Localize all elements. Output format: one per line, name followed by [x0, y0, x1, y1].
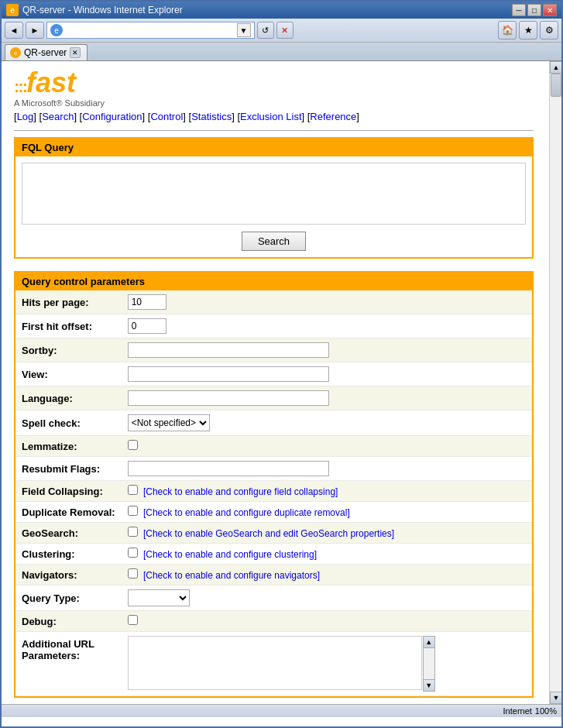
checkbox-field-collapsing[interactable]	[128, 485, 138, 495]
logo-block: ::: fast A Microsoft® Subsidiary	[14, 69, 105, 108]
nav-log[interactable]: Log	[17, 111, 34, 122]
zone-text: Internet	[503, 706, 532, 716]
cell-debug	[122, 611, 532, 632]
cell-spell-check: <Not specified> On Off	[122, 410, 532, 436]
input-sortby[interactable]	[128, 342, 329, 358]
logo-dots: :::	[14, 77, 26, 97]
favorites-button[interactable]: ★	[519, 21, 537, 39]
link-clustering[interactable]: [Check to enable and configure clusterin…	[143, 549, 317, 560]
cell-sortby	[122, 338, 532, 362]
active-tab[interactable]: e QR-server ✕	[5, 44, 88, 60]
row-language: Language:	[15, 386, 532, 410]
stop-button[interactable]: ✕	[276, 22, 294, 39]
status-bar: Internet 100%	[2, 704, 561, 717]
label-resubmit-flags: Resubmit Flags:	[15, 457, 122, 481]
tab-label: QR-server	[24, 47, 67, 58]
tab-bar: e QR-server ✕	[2, 43, 561, 61]
row-spell-check: Spell check: <Not specified> On Off	[15, 410, 532, 436]
checkbox-clustering[interactable]	[128, 548, 138, 558]
input-language[interactable]	[128, 390, 329, 406]
title-bar: e QR-server - Windows Internet Explorer …	[2, 2, 561, 19]
main-scroll-up[interactable]: ▲	[550, 61, 562, 74]
checkbox-debug[interactable]	[128, 615, 138, 625]
nav-configuration[interactable]: Configuration	[82, 111, 142, 122]
checkbox-navigators[interactable]	[128, 568, 138, 579]
address-go-button[interactable]: ▼	[237, 23, 251, 37]
row-sortby: Sortby:	[15, 338, 532, 362]
scroll-track-url	[423, 648, 435, 679]
logo-name: fast	[26, 69, 76, 97]
link-navigators[interactable]: [Check to enable and configure navigator…	[143, 570, 320, 581]
search-btn-container: Search	[22, 232, 526, 251]
content-area: ::: fast A Microsoft® Subsidiary [Log] […	[2, 61, 561, 704]
select-query-type[interactable]	[128, 589, 190, 606]
cell-hits-per-page	[122, 290, 532, 314]
nav-search[interactable]: Search	[42, 111, 74, 122]
main-scrollbar: ▲ ▼	[549, 61, 561, 704]
nav-control[interactable]: Control	[150, 111, 183, 122]
label-additional-url-params: Additional URLParameters:	[15, 632, 122, 696]
cell-lemmatize	[122, 436, 532, 457]
label-debug: Debug:	[15, 611, 122, 632]
top-divider	[14, 130, 534, 131]
scroll-up-btn[interactable]: ▲	[423, 636, 435, 648]
logo-area: ::: fast A Microsoft® Subsidiary	[14, 69, 534, 108]
input-hits-per-page[interactable]	[128, 294, 166, 310]
nav-statistics[interactable]: Statistics	[191, 111, 232, 122]
row-field-collapsing: Field Collapsing: [Check to enable and c…	[15, 481, 532, 502]
nav-exclusion-list[interactable]: Exclusion List	[240, 111, 301, 122]
link-field-collapsing[interactable]: [Check to enable and configure field col…	[143, 486, 338, 497]
textarea-url-params[interactable]	[128, 636, 422, 690]
close-button[interactable]: ✕	[543, 4, 557, 16]
cell-resubmit-flags	[122, 457, 532, 481]
main-scroll-track	[550, 74, 561, 692]
label-lemmatize: Lemmatize:	[15, 436, 122, 457]
maximize-button[interactable]: □	[527, 4, 541, 16]
checkbox-geosearch[interactable]	[128, 527, 138, 537]
link-geosearch[interactable]: [Check to enable GeoSearch and edit GeoS…	[143, 528, 394, 539]
minimize-button[interactable]: ─	[512, 4, 526, 16]
input-first-hit-offset[interactable]	[128, 318, 166, 334]
row-view: View:	[15, 362, 532, 386]
back-button[interactable]: ◄	[5, 22, 23, 39]
nav-reference[interactable]: Reference	[310, 111, 356, 122]
row-query-type: Query Type:	[15, 585, 532, 611]
address-input[interactable]: http://localhost:13280/	[65, 25, 237, 36]
page-icon: e	[50, 24, 63, 36]
checkbox-duplicate-removal[interactable]	[128, 506, 138, 516]
input-view[interactable]	[128, 366, 329, 382]
label-language: Language:	[15, 386, 122, 410]
scroll-down-btn[interactable]: ▼	[423, 679, 435, 692]
nav-bar: ◄ ► e http://localhost:13280/ ▼ ↺ ✕ 🏠 ★ …	[2, 19, 561, 43]
address-bar: e http://localhost:13280/ ▼	[46, 22, 255, 39]
tools-button[interactable]: ⚙	[540, 21, 558, 39]
checkbox-lemmatize[interactable]	[128, 440, 138, 450]
link-duplicate-removal[interactable]: [Check to enable and configure duplicate…	[143, 507, 350, 518]
input-resubmit-flags[interactable]	[128, 461, 329, 476]
select-spell-check[interactable]: <Not specified> On Off	[128, 414, 210, 431]
main-scroll-down[interactable]: ▼	[550, 692, 562, 704]
cell-duplicate-removal: [Check to enable and configure duplicate…	[122, 502, 532, 523]
row-first-hit-offset: First hit offset:	[15, 314, 532, 338]
cell-view	[122, 362, 532, 386]
fql-panel: FQL Query Search	[14, 137, 534, 259]
search-button[interactable]: Search	[242, 232, 306, 251]
zoom-text: 100%	[535, 706, 557, 716]
main-scroll-thumb[interactable]	[551, 74, 561, 97]
home-button[interactable]: 🏠	[498, 21, 517, 39]
tab-close-button[interactable]: ✕	[70, 47, 81, 58]
row-hits-per-page: Hits per page:	[15, 290, 532, 314]
forward-button[interactable]: ►	[26, 22, 44, 39]
fql-panel-body: Search	[15, 156, 532, 257]
refresh-button[interactable]: ↺	[257, 22, 274, 39]
row-clustering: Clustering: [Check to enable and configu…	[15, 544, 532, 565]
label-duplicate-removal: Duplicate Removal:	[15, 502, 122, 523]
row-debug: Debug:	[15, 611, 532, 632]
label-hits-per-page: Hits per page:	[15, 290, 122, 314]
row-lemmatize: Lemmatize:	[15, 436, 532, 457]
row-additional-url-params: Additional URLParameters: ▲ ▼	[15, 632, 532, 696]
status-right: Internet 100%	[503, 706, 557, 716]
params-table: Hits per page: First hit offset:	[15, 290, 532, 696]
fql-query-textarea[interactable]	[22, 163, 526, 225]
fql-panel-header: FQL Query	[15, 139, 532, 156]
